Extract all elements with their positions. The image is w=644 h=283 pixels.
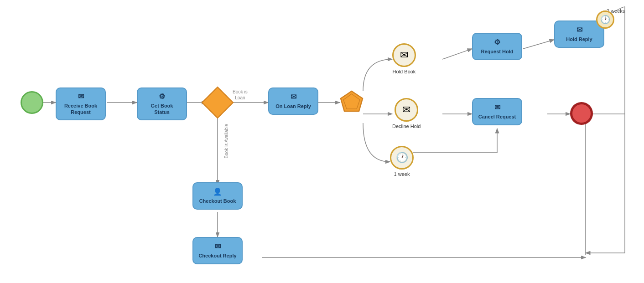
on-loan-reply-label: On Loan Reply xyxy=(275,103,311,109)
gear-icon-reqhold: ⚙ xyxy=(494,38,500,46)
mail-icon-onloan: ✉ xyxy=(291,93,296,101)
get-book-status-label: Get BookStatus xyxy=(151,103,173,116)
svg-line-9 xyxy=(523,40,554,49)
decline-hold-node: ✉ Decline Hold xyxy=(392,98,421,129)
hold-reply-label: Hold Reply xyxy=(566,36,592,42)
bpmn-canvas: ✉ Receive Book Request ⚙ Get BookStatus … xyxy=(0,0,644,283)
timer-boundary-holdreply: 🕐 xyxy=(596,10,614,29)
request-hold-label: Request Hold xyxy=(481,48,514,55)
mail-icon-cancel: ✉ xyxy=(494,103,500,112)
decline-hold-label: Decline Hold xyxy=(392,123,421,129)
gateway1-diamond xyxy=(202,87,234,119)
gateway2-node xyxy=(340,90,364,114)
gear-icon-getbook: ⚙ xyxy=(159,92,165,101)
gateway1-node xyxy=(206,91,229,114)
decline-hold-circle: ✉ xyxy=(395,98,418,122)
cancel-request-node[interactable]: ✉ Cancel Request xyxy=(472,98,522,125)
receive-book-request-label: Receive Book Request xyxy=(61,103,100,116)
mail-icon: ✉ xyxy=(78,92,84,101)
timer-1week-circle: 🕐 xyxy=(390,146,414,170)
mail-icon-checkout: ✉ xyxy=(215,242,221,251)
get-book-status-node[interactable]: ⚙ Get BookStatus xyxy=(137,87,187,120)
checkout-reply-node[interactable]: ✉ Checkout Reply xyxy=(192,237,243,264)
checkout-book-node[interactable]: 👤 Checkout Book xyxy=(192,182,243,210)
hold-reply-node[interactable]: ✉ Hold Reply 🕐 xyxy=(554,21,604,48)
on-loan-reply-node[interactable]: ✉ On Loan Reply xyxy=(268,87,318,115)
start-event-circle xyxy=(21,91,43,114)
hold-book-node: ✉ Hold Book xyxy=(392,43,416,74)
hold-book-circle: ✉ xyxy=(392,43,416,67)
start-event xyxy=(21,91,43,114)
end-event-node xyxy=(570,102,593,125)
checkout-book-label: Checkout Book xyxy=(199,198,236,204)
checkout-reply-label: Checkout Reply xyxy=(198,252,236,259)
timer-1week-label: 1 week xyxy=(394,171,410,177)
end-event-circle xyxy=(570,102,593,125)
book-is-available-label: Book is Available xyxy=(223,124,229,158)
hold-book-label: Hold Book xyxy=(393,69,416,74)
request-hold-node[interactable]: ⚙ Request Hold xyxy=(472,33,522,60)
receive-book-request-node[interactable]: ✉ Receive Book Request xyxy=(56,87,106,120)
timer-1week-node: 🕐 1 week xyxy=(390,146,414,177)
cancel-request-label: Cancel Request xyxy=(478,113,516,120)
person-icon: 👤 xyxy=(213,187,222,196)
book-is-loan-label: Book isLoan xyxy=(233,89,248,101)
svg-line-8 xyxy=(442,49,472,59)
mail-icon-holdreply: ✉ xyxy=(576,26,582,34)
